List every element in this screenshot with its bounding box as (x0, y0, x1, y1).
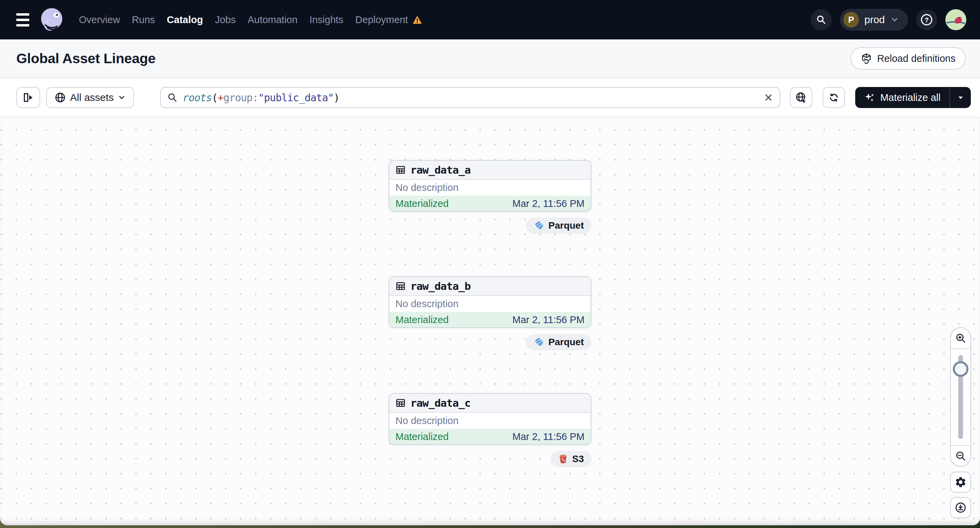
query-token: + (218, 92, 223, 104)
globe-plus-icon (795, 91, 807, 104)
app-window: OverviewRunsCatalogJobsAutomationInsight… (0, 0, 980, 525)
asset-timestamp: Mar 2, 11:56 PM (512, 198, 584, 209)
reload-definitions-button[interactable]: Reload definitions (850, 47, 966, 70)
chevron-down-icon (118, 94, 126, 101)
table-icon (396, 398, 406, 408)
nav-items: OverviewRunsCatalogJobsAutomationInsight… (79, 14, 422, 25)
asset-node-header: raw_data_b (389, 277, 591, 296)
nav-item-insights[interactable]: Insights (309, 14, 344, 25)
nav-item-label: Overview (79, 14, 120, 25)
nav-item-label: Deployment (355, 14, 408, 25)
menu-icon[interactable] (10, 8, 33, 31)
nav-item-overview[interactable]: Overview (79, 14, 120, 25)
asset-status: Materialized (396, 431, 449, 442)
nav-item-catalog[interactable]: Catalog (167, 14, 203, 25)
kind-badge-label: Parquet (549, 220, 584, 231)
search-icon (167, 92, 178, 103)
deployment-initial: P (843, 12, 859, 27)
kind-badge-parquet[interactable]: Parquet (526, 217, 591, 234)
asset-timestamp: Mar 2, 11:56 PM (512, 431, 584, 442)
gear-icon (955, 476, 967, 488)
refresh-button[interactable] (822, 87, 845, 108)
zoom-out-button[interactable] (951, 446, 970, 466)
asset-filter-dropdown[interactable]: All assets (46, 87, 134, 108)
reload-cube-icon (861, 53, 872, 64)
asset-node-header: raw_data_c (389, 394, 591, 413)
nav-item-runs[interactable]: Runs (132, 14, 155, 25)
asset-node-raw_data_a[interactable]: raw_data_aNo descriptionMaterializedMar … (389, 160, 591, 212)
materialize-all-button[interactable]: Materialize all (855, 87, 950, 108)
asset-description: No description (389, 180, 591, 196)
table-icon (396, 165, 406, 175)
asset-status-row: MaterializedMar 2, 11:56 PM (389, 312, 591, 328)
asset-timestamp: Mar 2, 11:56 PM (512, 314, 584, 325)
kind-badge-s3[interactable]: S3 (550, 451, 591, 467)
search-icon[interactable] (811, 9, 832, 30)
lineage-canvas[interactable]: raw_data_aNo descriptionMaterializedMar … (0, 117, 980, 525)
nav-item-label: Jobs (215, 14, 235, 25)
asset-name: raw_data_a (410, 164, 471, 176)
download-graph-button[interactable] (950, 497, 971, 518)
asset-filter-label: All assets (70, 92, 114, 103)
chevron-down-icon (890, 15, 899, 24)
asset-status: Materialized (396, 314, 449, 325)
zoom-in-button[interactable] (951, 328, 970, 348)
materialize-options-button[interactable] (950, 87, 971, 108)
asset-selection-input[interactable]: roots(+group:"public_data") (160, 87, 780, 108)
deployment-switcher[interactable]: P prod (840, 9, 908, 30)
kind-badge-label: S3 (572, 453, 584, 465)
asset-description: No description (389, 296, 591, 312)
svg-text:?: ? (924, 16, 929, 24)
materialize-all-split-button: Materialize all (855, 87, 971, 108)
graph-settings-button[interactable] (950, 472, 971, 493)
reload-definitions-label: Reload definitions (877, 53, 956, 64)
asset-description: No description (389, 413, 591, 429)
asset-status-row: MaterializedMar 2, 11:56 PM (389, 196, 591, 212)
query-token: "public_data" (258, 92, 334, 104)
top-navbar: OverviewRunsCatalogJobsAutomationInsight… (0, 0, 980, 40)
sparkles-icon (864, 92, 876, 103)
dagster-logo-icon[interactable] (38, 6, 65, 33)
zoom-controls (950, 327, 971, 467)
table-icon (396, 281, 406, 291)
lineage-toolbar: All assets roots(+group:"public_data") (0, 78, 980, 117)
download-icon (955, 501, 967, 514)
asset-status: Materialized (396, 198, 449, 209)
user-avatar[interactable] (945, 9, 966, 30)
page-header: Global Asset Lineage Reload definitions (0, 40, 980, 78)
query-token: group: (223, 92, 258, 104)
asset-selection-query: roots(+group:"public_data") (183, 92, 339, 104)
nav-item-label: Catalog (167, 14, 203, 25)
query-token: roots (183, 92, 212, 104)
parquet-icon (533, 220, 544, 231)
s3-icon (558, 454, 568, 464)
open-panel-icon (22, 92, 34, 103)
query-token: ) (334, 92, 339, 104)
parquet-icon (533, 337, 544, 347)
kind-badge-parquet[interactable]: Parquet (526, 334, 591, 350)
page-title: Global Asset Lineage (16, 51, 155, 67)
zoom-in-icon (955, 332, 966, 344)
nav-item-label: Automation (248, 14, 298, 25)
asset-name: raw_data_c (410, 397, 471, 409)
nav-item-label: Runs (132, 14, 155, 25)
zoom-slider-thumb[interactable] (953, 361, 969, 377)
asset-node-raw_data_b[interactable]: raw_data_bNo descriptionMaterializedMar … (389, 276, 591, 328)
deployment-name: prod (864, 14, 885, 25)
caret-down-icon (957, 94, 964, 101)
zoom-out-icon (955, 450, 966, 462)
asset-node-header: raw_data_a (389, 161, 591, 180)
asset-name: raw_data_b (410, 280, 471, 292)
asset-node-raw_data_c[interactable]: raw_data_cNo descriptionMaterializedMar … (389, 393, 591, 445)
refresh-icon (828, 92, 840, 103)
nav-item-automation[interactable]: Automation (248, 14, 298, 25)
view-scope-button[interactable] (790, 87, 812, 108)
zoom-slider (951, 349, 970, 445)
help-icon[interactable]: ? (916, 9, 937, 30)
nav-item-deployment[interactable]: Deployment (355, 14, 422, 25)
open-sidebar-button[interactable] (16, 87, 40, 108)
globe-icon (54, 92, 66, 103)
nav-item-label: Insights (309, 14, 344, 25)
nav-item-jobs[interactable]: Jobs (215, 14, 235, 25)
clear-search-icon[interactable] (764, 92, 773, 103)
